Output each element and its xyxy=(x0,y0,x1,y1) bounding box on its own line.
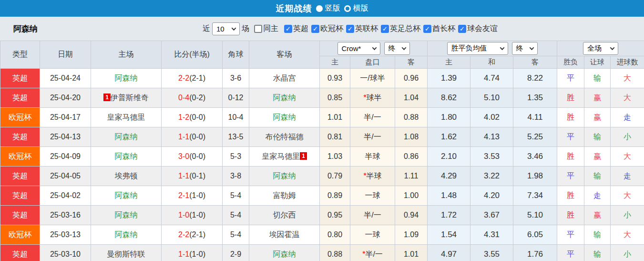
europe-away-odds: 1.76 xyxy=(513,245,557,261)
europe-draw-odds: 3.53 xyxy=(470,147,513,167)
goals-result-cell: 小 xyxy=(611,206,644,225)
outcome-cell: 平 xyxy=(557,167,584,186)
home-team-cell: 阿森纳 xyxy=(91,127,162,147)
home-team-cell: 阿森纳 xyxy=(91,186,162,206)
home-team-name[interactable]: 阿森纳 xyxy=(115,133,138,141)
date-cell: 25-03-10 xyxy=(40,245,91,261)
europe-draw-odds: 4.13 xyxy=(470,127,513,147)
league-filter-label: 英足总杯 xyxy=(390,24,420,34)
outcome-cell: 平 xyxy=(557,127,584,147)
handicap-text: 球半 xyxy=(367,94,382,102)
goals-result-cell: 小 xyxy=(611,245,644,261)
league-filters: ✓英超✓欧冠杯✓英联杯✓英足总杯✓酋长杯✓球会友谊 xyxy=(280,24,498,34)
checkbox-unchecked-icon[interactable] xyxy=(254,25,262,33)
home-team-name[interactable]: 曼彻斯特联 xyxy=(107,250,145,258)
same-home-filter[interactable]: 同主 xyxy=(254,24,278,34)
europe-away-odds: 1.98 xyxy=(513,167,557,186)
topbar: 近期战绩 竖版 横版 xyxy=(0,0,644,17)
odds-company-select[interactable]: Crow* xyxy=(337,42,380,55)
handicap-result-cell: 输 xyxy=(584,69,611,88)
goals-result-cell: 走 xyxy=(611,108,644,127)
home-team-name[interactable]: 阿森纳 xyxy=(115,152,138,160)
match-count-select[interactable]: 10 xyxy=(212,22,240,35)
away-team-name[interactable]: 阿森纳 xyxy=(273,172,296,180)
chevron-down-icon xyxy=(232,26,236,31)
league-filter-英联杯[interactable]: ✓英联杯 xyxy=(346,24,378,34)
away-team-name[interactable]: 皇家马德里 xyxy=(262,152,300,160)
away-team-name[interactable]: 阿森纳 xyxy=(273,113,296,121)
europe-away-odds: 3.46 xyxy=(513,147,557,167)
checkbox-checked-icon[interactable]: ✓ xyxy=(458,25,466,33)
league-filter-英足总杯[interactable]: ✓英足总杯 xyxy=(381,24,420,34)
near-label: 近 xyxy=(203,24,210,34)
radio-unselected-icon[interactable] xyxy=(344,5,351,12)
away-team-name[interactable]: 阿森纳 xyxy=(273,94,296,102)
fulltime-score: 0-4 xyxy=(178,94,189,102)
layout-option-vertical[interactable]: 竖版 xyxy=(316,3,340,13)
asian-handicap-cell: *半球 xyxy=(350,167,395,186)
date-cell: 25-04-09 xyxy=(40,147,91,167)
asian-home-odds: 0.79 xyxy=(320,167,350,186)
handicap-result-cell: 赢 xyxy=(584,88,611,108)
league-type-cell: 英超 xyxy=(0,186,40,206)
match-row: 英超25-04-24阿森纳2-2(2-1)3-6水晶宫0.93一/球半0.961… xyxy=(0,69,644,88)
col-header-score: 比分(半场) xyxy=(162,41,223,69)
europe-home-odds: 4.29 xyxy=(428,167,470,186)
corners-cell: 5-4 xyxy=(223,206,249,225)
league-type-cell: 英超 xyxy=(0,88,40,108)
home-team-name[interactable]: 阿森纳 xyxy=(115,211,138,219)
asian-handicap-cell: 半球 xyxy=(350,147,395,167)
goals-result-cell: 走 xyxy=(611,167,644,186)
league-type-cell: 英超 xyxy=(0,69,40,88)
radio-selected-icon[interactable] xyxy=(316,5,323,12)
score-cell: 1-0(1-0) xyxy=(162,206,223,225)
checkbox-checked-icon[interactable]: ✓ xyxy=(311,25,319,33)
away-team-cell: 阿森纳 xyxy=(249,245,320,261)
away-team-name[interactable]: 富勒姆 xyxy=(273,191,296,199)
asian-away-odds: 0.88 xyxy=(395,108,428,127)
europe-avg-select[interactable]: 胜平负均值 xyxy=(447,42,508,55)
corners-cell: 3-8 xyxy=(223,167,249,186)
home-team-name[interactable]: 阿森纳 xyxy=(115,230,138,239)
league-filter-酋长杯[interactable]: ✓酋长杯 xyxy=(423,24,455,34)
fulltime-score: 2-2 xyxy=(178,230,189,239)
results-table: 类型 日期 主场 比分(半场) 角球 客场 Crow* 终 xyxy=(0,41,644,261)
outcome-cell: 胜 xyxy=(557,108,584,127)
home-team-name[interactable]: 皇家马德里 xyxy=(107,113,145,121)
league-filter-球会友谊[interactable]: ✓球会友谊 xyxy=(458,24,498,34)
chevron-down-icon xyxy=(401,45,406,50)
europe-draw-odds: 4.31 xyxy=(470,225,513,245)
home-team-name[interactable]: 阿森纳 xyxy=(115,74,138,82)
home-team-cell: 埃弗顿 xyxy=(91,167,162,186)
date-cell: 25-04-13 xyxy=(40,127,91,147)
fulltime-score: 1-0 xyxy=(178,211,189,219)
away-team-name[interactable]: 切尔西 xyxy=(273,211,296,219)
home-team-cell: 曼彻斯特联 xyxy=(91,245,162,261)
handicap-text: 半球 xyxy=(367,172,382,180)
checkbox-checked-icon[interactable]: ✓ xyxy=(381,25,389,33)
scope-select[interactable]: 全场 xyxy=(583,42,618,55)
home-team-cell: 阿森纳 xyxy=(91,225,162,245)
europe-home-odds: 1.54 xyxy=(428,225,470,245)
home-team-name[interactable]: 埃弗顿 xyxy=(115,172,138,180)
sub-header-asian-handicap: 盘口 xyxy=(350,56,395,69)
layout-option-horizontal[interactable]: 横版 xyxy=(344,3,368,13)
away-team-name[interactable]: 埃因霍温 xyxy=(269,230,300,239)
match-row: 欧冠杯25-04-17皇家马德里1-2(0-0)10-4阿森纳1.01半/一0.… xyxy=(0,108,644,127)
home-team-name[interactable]: 伊普斯维奇 xyxy=(111,94,149,102)
home-team-name[interactable]: 阿森纳 xyxy=(115,191,138,199)
goals-result-cell: 小 xyxy=(611,127,644,147)
league-filter-英超[interactable]: ✓英超 xyxy=(284,24,308,34)
odds-time-select-2[interactable]: 终 xyxy=(512,42,538,55)
match-row: 英超25-04-201伊普斯维奇0-4(0-2)0-12阿森纳0.85*球半1.… xyxy=(0,88,644,108)
odds-time-select-1[interactable]: 终 xyxy=(384,42,410,55)
away-team-name[interactable]: 布伦特福德 xyxy=(266,133,304,141)
checkbox-checked-icon[interactable]: ✓ xyxy=(423,25,431,33)
league-filter-欧冠杯[interactable]: ✓欧冠杯 xyxy=(311,24,343,34)
asian-home-odds: 1.03 xyxy=(320,147,350,167)
checkbox-checked-icon[interactable]: ✓ xyxy=(346,25,354,33)
asian-handicap-cell: 半/一 xyxy=(350,206,395,225)
away-team-name[interactable]: 水晶宫 xyxy=(273,74,296,82)
checkbox-checked-icon[interactable]: ✓ xyxy=(284,25,292,33)
away-team-name[interactable]: 阿森纳 xyxy=(273,250,296,258)
